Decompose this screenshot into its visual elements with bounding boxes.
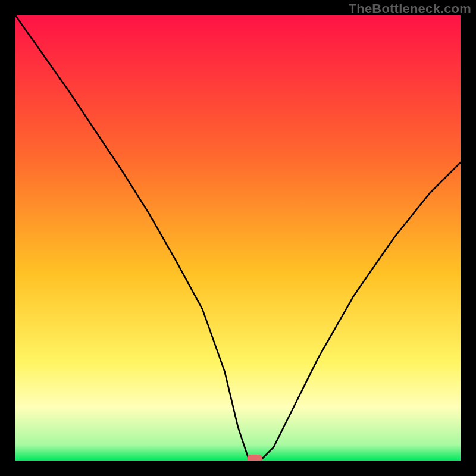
plot-area: [15, 15, 461, 461]
watermark-label: TheBottleneck.com: [349, 1, 471, 17]
bottleneck-curve: [15, 15, 461, 461]
chart-stage: TheBottleneck.com: [0, 0, 476, 476]
optimal-point-marker: [247, 455, 262, 461]
